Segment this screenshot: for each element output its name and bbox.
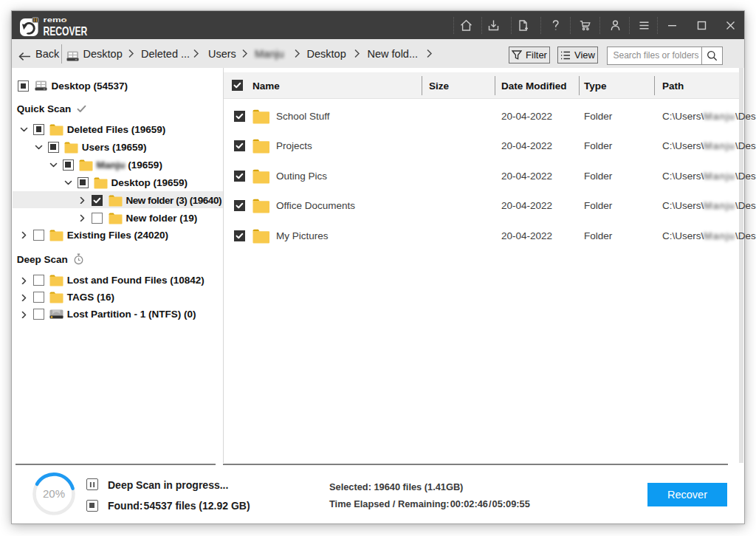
svg-text:remo: remo [44, 17, 67, 24]
svg-text:20%: 20% [43, 487, 65, 500]
svg-text:RECOVER: RECOVER [43, 24, 87, 37]
